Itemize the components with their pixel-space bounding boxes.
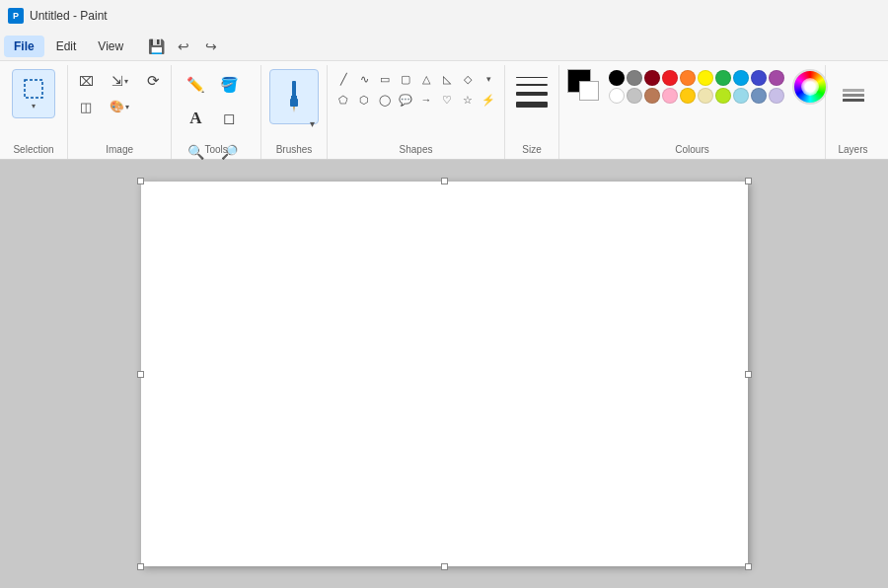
size-2[interactable]	[516, 84, 548, 86]
colours-label: Colours	[675, 144, 708, 155]
shapes-grid: ╱ ∿ ▭ ▢ △ ◺ ◇ ▾ ⬠ ⬡ ◯ 💬 → ♡ ☆ ⚡	[333, 69, 498, 127]
menu-file[interactable]: File	[4, 36, 44, 57]
layers-icon	[840, 81, 867, 109]
swatch-purple[interactable]	[769, 70, 784, 86]
shape-ellipse[interactable]: ◯	[375, 90, 395, 110]
shape-diamond[interactable]: ◇	[458, 69, 478, 89]
tools-label: Tools	[204, 144, 227, 155]
shape-line[interactable]: ╱	[333, 69, 353, 89]
shape-lightning[interactable]: ⚡	[479, 90, 498, 110]
swatch-skyblue[interactable]	[733, 88, 749, 104]
layers-group: Layers	[826, 65, 880, 159]
palette-row-1	[609, 70, 784, 86]
text-button[interactable]: A	[180, 103, 211, 134]
svg-rect-2	[291, 96, 297, 99]
size-4[interactable]	[516, 102, 548, 108]
size-3[interactable]	[516, 92, 548, 96]
layers-button[interactable]	[836, 77, 871, 112]
erase-button[interactable]: ◫	[72, 95, 100, 118]
colour-wheel-button[interactable]	[792, 69, 828, 105]
pencil-button[interactable]: ✏️	[180, 69, 211, 101]
swatch-dgray[interactable]	[627, 70, 642, 86]
swatch-lime[interactable]	[715, 88, 731, 104]
shapes-more[interactable]: ▾	[479, 69, 498, 89]
swatch-blue[interactable]	[751, 70, 767, 86]
image-bottom-row: ◫ 🎨▾	[72, 95, 137, 118]
selection-tool-button[interactable]	[12, 69, 55, 118]
app-icon: P	[8, 8, 24, 24]
shape-triangle[interactable]: △	[416, 69, 436, 89]
menubar: File Edit View 💾 ↩ ↪	[0, 32, 888, 61]
fill-button[interactable]: 🪣	[213, 69, 245, 101]
shapes-label: Shapes	[400, 144, 433, 155]
menu-edit[interactable]: Edit	[46, 36, 87, 57]
save-button[interactable]: 💾	[143, 34, 169, 59]
ribbon: Selection ⌧ ⇲▾ ⟳ ◫ 🎨▾ Image ✏️ 🪣 A ◻ 🔍 🔎…	[0, 61, 888, 160]
palette-row-2	[609, 88, 784, 104]
handle-bot-right[interactable]	[745, 563, 752, 570]
size-1[interactable]	[516, 77, 548, 78]
size-group: Size	[505, 65, 559, 159]
swatch-yellow[interactable]	[698, 70, 713, 86]
swatch-darkred[interactable]	[644, 70, 660, 86]
menu-view[interactable]: View	[88, 36, 133, 57]
select-color-button[interactable]: 🎨▾	[102, 95, 137, 118]
handle-mid-left[interactable]	[137, 371, 144, 378]
selection-icon	[23, 78, 44, 100]
selection-group: Selection	[8, 65, 68, 159]
handle-top-right[interactable]	[745, 178, 752, 184]
shape-callout[interactable]: 💬	[396, 90, 415, 110]
colour-stack	[567, 69, 599, 105]
tools-group: ✏️ 🪣 A ◻ 🔍 🔎 Tools	[172, 65, 261, 159]
svg-marker-4	[293, 107, 295, 112]
brush-dropdown-arrow: ▾	[305, 116, 319, 130]
swatch-teal[interactable]	[733, 70, 749, 86]
swatch-black[interactable]	[609, 70, 625, 86]
svg-rect-0	[25, 80, 42, 98]
brushes-label: Brushes	[276, 144, 313, 155]
swatch-periwinkle[interactable]	[751, 88, 767, 104]
background-color[interactable]	[579, 81, 599, 101]
swatch-red[interactable]	[662, 70, 678, 86]
shape-hexagon[interactable]: ⬡	[354, 90, 374, 110]
shape-curve[interactable]: ∿	[354, 69, 374, 89]
shape-heart[interactable]: ♡	[437, 90, 457, 110]
rotate-flip-button[interactable]: ⟳	[139, 69, 167, 93]
shape-arrow[interactable]: →	[416, 90, 436, 110]
size-label: Size	[522, 144, 541, 155]
swatch-lavender[interactable]	[769, 88, 784, 104]
colours-group: Colours	[559, 65, 826, 159]
handle-mid-right[interactable]	[745, 371, 752, 378]
resize-button[interactable]: ⇲▾	[102, 69, 137, 93]
handle-top-left[interactable]	[137, 178, 144, 184]
handle-top-mid[interactable]	[441, 178, 448, 184]
swatch-white[interactable]	[609, 88, 625, 104]
swatch-lgray[interactable]	[627, 88, 642, 104]
shape-right-triangle[interactable]: ◺	[437, 69, 457, 89]
swatch-orange[interactable]	[680, 70, 696, 86]
image-top-row: ⌧ ⇲▾ ⟳	[72, 69, 167, 93]
shape-rounded-rect[interactable]: ▢	[396, 69, 415, 89]
colours-top	[567, 69, 828, 105]
swatch-gold[interactable]	[680, 88, 696, 104]
swatch-cream[interactable]	[698, 88, 713, 104]
redo-button[interactable]: ↪	[198, 34, 224, 59]
shape-star[interactable]: ☆	[458, 90, 478, 110]
crop-button[interactable]: ⌧	[72, 69, 100, 93]
paint-canvas[interactable]	[141, 182, 748, 566]
shape-rect[interactable]: ▭	[375, 69, 395, 89]
svg-rect-6	[843, 94, 864, 97]
handle-bot-mid[interactable]	[441, 563, 448, 570]
eraser-tool-button[interactable]: ◻	[213, 103, 245, 134]
shape-pentagon[interactable]: ⬠	[333, 90, 353, 110]
swatch-brown[interactable]	[644, 88, 660, 104]
image-label: Image	[106, 144, 133, 155]
size-lines	[516, 69, 548, 125]
svg-rect-3	[290, 99, 298, 107]
swatch-pink[interactable]	[662, 88, 678, 104]
swatch-green[interactable]	[715, 70, 731, 86]
handle-bot-left[interactable]	[137, 563, 144, 570]
colour-wheel-inner	[801, 78, 819, 96]
undo-button[interactable]: ↩	[171, 34, 196, 59]
colour-wheel-area	[792, 69, 828, 105]
